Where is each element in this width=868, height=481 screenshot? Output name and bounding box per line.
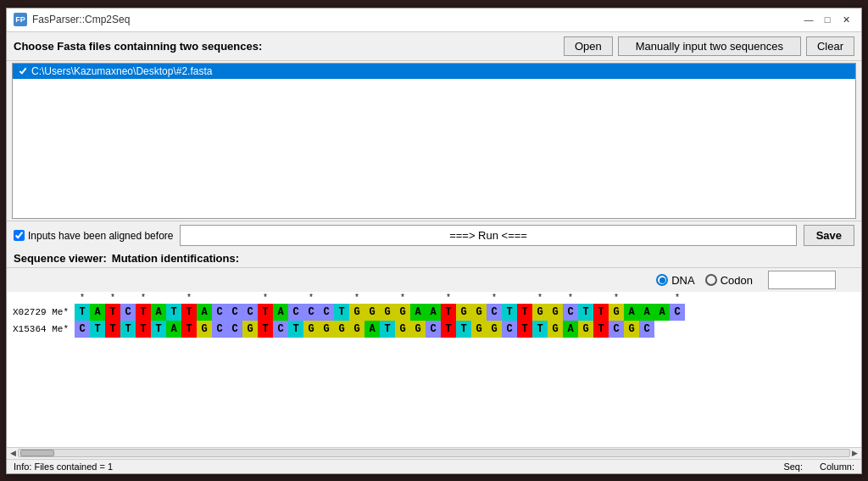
seq-cell: G bbox=[471, 304, 487, 321]
seq-cell: G bbox=[578, 321, 593, 338]
asterisk-cell bbox=[197, 292, 212, 304]
asterisk-row: ************** bbox=[7, 292, 685, 304]
seq-cell: G bbox=[609, 304, 624, 321]
maximize-button[interactable]: □ bbox=[819, 13, 836, 26]
asterisk-cell bbox=[639, 292, 654, 304]
open-button[interactable]: Open bbox=[564, 36, 613, 56]
asterisk-cell bbox=[578, 292, 593, 304]
seq-cell: C bbox=[227, 321, 242, 338]
sequence-viewer: **************X02729 Me*TATCTATTACCCTACC… bbox=[7, 292, 861, 447]
view-dropdown[interactable] bbox=[768, 271, 836, 289]
seq-cell: A bbox=[654, 304, 670, 321]
asterisk-cell bbox=[242, 292, 258, 304]
toolbar-label: Choose Fasta files containning two seque… bbox=[14, 40, 262, 53]
seq-cell: C bbox=[609, 321, 624, 338]
asterisk-cell: * bbox=[487, 292, 502, 304]
seq-cell: G bbox=[395, 321, 410, 338]
seq-cell: C bbox=[75, 321, 90, 338]
seq-cell: T bbox=[258, 321, 273, 338]
window-title: FasParser::Cmp2Seq bbox=[32, 14, 130, 25]
seq-cell: C bbox=[487, 304, 502, 321]
main-window: FP FasParser::Cmp2Seq — □ ✕ Choose Fasta… bbox=[6, 8, 862, 474]
seq-cell: G bbox=[456, 304, 471, 321]
seq-cell: C bbox=[303, 304, 319, 321]
asterisk-cell: * bbox=[441, 292, 456, 304]
seq-cell: T bbox=[502, 304, 517, 321]
seq-cell: T bbox=[517, 304, 532, 321]
sequence-row-2: X15364 Me*CTTTTTATGCCGTCTGGGGATGGCTTGGCT… bbox=[7, 321, 685, 338]
seq-cell: T bbox=[75, 304, 90, 321]
seq-cell: G bbox=[548, 321, 563, 338]
seq-cell: G bbox=[242, 321, 258, 338]
seq-cell: G bbox=[471, 321, 487, 338]
asterisk-cell bbox=[288, 292, 303, 304]
seq-cell: A bbox=[197, 304, 212, 321]
seq-cell: A bbox=[364, 321, 380, 338]
radio-row: DNA Codon bbox=[7, 268, 861, 292]
seq-cell: T bbox=[334, 304, 349, 321]
asterisk-cell bbox=[334, 292, 349, 304]
seq-cell: G bbox=[395, 304, 410, 321]
asterisk-cell: * bbox=[258, 292, 273, 304]
seq-cell: T bbox=[258, 304, 273, 321]
dna-radio[interactable] bbox=[656, 274, 668, 286]
seq-cell: A bbox=[166, 321, 181, 338]
asterisk-cell bbox=[410, 292, 426, 304]
seq-cell: C bbox=[563, 304, 578, 321]
file-list-item[interactable]: C:\Users\Kazumaxneo\Desktop\#2.fasta bbox=[13, 64, 855, 79]
scroll-left-arrow[interactable]: ◀ bbox=[8, 449, 18, 457]
seq-cell: A bbox=[426, 304, 441, 321]
seq-cell: T bbox=[441, 304, 456, 321]
seq-cell: T bbox=[517, 321, 532, 338]
seq-cell: T bbox=[593, 321, 609, 338]
seq-cell: T bbox=[105, 304, 120, 321]
window-controls: — □ ✕ bbox=[800, 13, 854, 26]
scrollbar-track bbox=[18, 449, 850, 457]
seq-cell: T bbox=[456, 321, 471, 338]
seq-cell: A bbox=[410, 304, 426, 321]
seq-cell: C bbox=[242, 304, 258, 321]
seq-cell: C bbox=[319, 304, 334, 321]
scrollbar-thumb[interactable] bbox=[20, 450, 54, 456]
seq-cell: G bbox=[334, 321, 349, 338]
seq-cell: T bbox=[136, 304, 151, 321]
asterisk-cell: * bbox=[349, 292, 364, 304]
asterisk-cell bbox=[273, 292, 288, 304]
run-button[interactable]: ===> Run <=== bbox=[180, 225, 796, 246]
asterisk-cell bbox=[517, 292, 532, 304]
seq-cell: T bbox=[166, 304, 181, 321]
clear-button[interactable]: Clear bbox=[806, 36, 854, 56]
seq-cell: A bbox=[151, 304, 166, 321]
title-bar-left: FP FasParser::Cmp2Seq bbox=[14, 13, 130, 26]
file-checkbox[interactable] bbox=[18, 66, 28, 76]
save-button[interactable]: Save bbox=[804, 225, 854, 246]
seq-cell: G bbox=[380, 304, 395, 321]
mutation-label: Mutation identifications: bbox=[112, 252, 239, 265]
asterisk-cell bbox=[227, 292, 242, 304]
seq-cell: A bbox=[273, 304, 288, 321]
seq-cell: A bbox=[90, 304, 105, 321]
seq-cell: T bbox=[593, 304, 609, 321]
seq-cell: G bbox=[548, 304, 563, 321]
seq-cell: C bbox=[288, 304, 303, 321]
asterisk-cell bbox=[151, 292, 166, 304]
seq-cell: T bbox=[181, 304, 197, 321]
seq-cell: C bbox=[227, 304, 242, 321]
seq-cell: G bbox=[487, 321, 502, 338]
seq-cell: T bbox=[380, 321, 395, 338]
manually-input-button[interactable]: Manually input two sequences bbox=[618, 36, 801, 56]
dna-label: DNA bbox=[671, 274, 694, 287]
scroll-right-arrow[interactable]: ▶ bbox=[850, 449, 860, 457]
seq-cell: G bbox=[624, 321, 639, 338]
close-button[interactable]: ✕ bbox=[837, 13, 854, 26]
asterisk-cell: * bbox=[563, 292, 578, 304]
sequence-header: Sequence viewer: Mutation identification… bbox=[7, 249, 861, 268]
seq-cell: T bbox=[181, 321, 197, 338]
file-list-area: C:\Users\Kazumaxneo\Desktop\#2.fasta bbox=[12, 63, 856, 220]
aligned-checkbox[interactable] bbox=[14, 230, 25, 241]
asterisk-cell bbox=[593, 292, 609, 304]
minimize-button[interactable]: — bbox=[800, 13, 817, 26]
seq-cell: T bbox=[151, 321, 166, 338]
asterisk-cell: * bbox=[136, 292, 151, 304]
codon-radio[interactable] bbox=[705, 274, 717, 286]
